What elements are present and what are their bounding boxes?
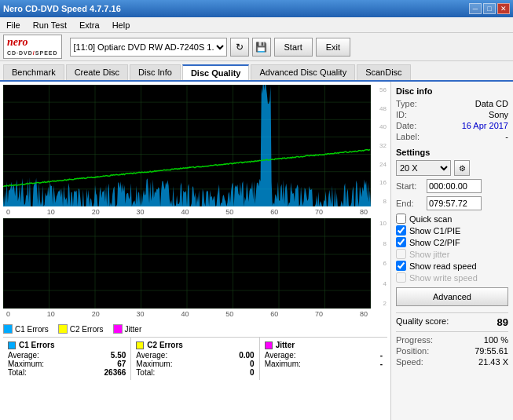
jitter-color [113, 324, 123, 334]
jitter-legend-label: Jitter [125, 325, 142, 334]
top-chart-y-axis: 5648403224168 [372, 85, 387, 206]
settings-title: Settings [396, 148, 508, 157]
c1-stats-title: C1 Errors [8, 341, 126, 349]
date-row: Date: 16 Apr 2017 [396, 121, 508, 130]
show-c1pie-row: Show C1/PIE [396, 225, 508, 236]
tab-bar: Benchmark Create Disc Disc Info Disc Qua… [0, 61, 513, 82]
menu-help[interactable]: Help [106, 19, 137, 31]
c2-legend: C2 Errors [58, 324, 104, 334]
menubar: File Run Test Extra Help [0, 17, 513, 33]
quality-score-label: Quality score: [396, 316, 449, 328]
jitter-average-row: Average: - [265, 351, 383, 360]
show-c2pif-checkbox[interactable] [396, 237, 406, 247]
stats-row: C1 Errors Average: 5.50 Maximum: 67 Tota… [3, 337, 387, 380]
show-jitter-row: Show jitter [396, 249, 508, 259]
settings-section: Settings 20 X ⚙ Start: End: Quick scan [396, 148, 508, 306]
c2-pif-chart [3, 218, 371, 309]
tab-disc-quality[interactable]: Disc Quality [182, 64, 250, 80]
c2-stats: C2 Errors Average: 0.00 Maximum: 0 Total… [131, 338, 259, 380]
quick-scan-checkbox[interactable] [396, 214, 406, 224]
bottom-chart-x-axis: 01020304050607080 [3, 310, 371, 318]
right-panel: Disc info Type: Data CD ID: Sony Date: 1… [391, 82, 513, 420]
show-c2pif-row: Show C2/PIF [396, 237, 508, 247]
c1-legend: C1 Errors [3, 324, 49, 334]
progress-section: Progress: 100 % Position: 79:55.61 Speed… [396, 331, 508, 367]
start-button[interactable]: Start [274, 38, 313, 57]
window-controls: ─ □ ✕ [469, 3, 510, 14]
exit-button[interactable]: Exit [316, 38, 350, 57]
c1-legend-label: C1 Errors [15, 325, 49, 334]
c2-total-row: Total: 0 [136, 368, 254, 377]
progress-row: Progress: 100 % [396, 335, 508, 345]
show-read-speed-checkbox[interactable] [396, 261, 406, 271]
app-title: Nero CD-DVD Speed 4.7.7.16 [3, 4, 121, 13]
c1-total-row: Total: 26366 [8, 368, 126, 377]
tab-scandisc[interactable]: ScanDisc [357, 64, 410, 80]
jitter-legend: Jitter [113, 324, 142, 334]
speed-options-button[interactable]: ⚙ [454, 160, 470, 176]
show-c1pie-checkbox[interactable] [396, 225, 406, 236]
show-write-speed-checkbox[interactable] [396, 272, 406, 283]
titlebar: Nero CD-DVD Speed 4.7.7.16 ─ □ ✕ [0, 0, 513, 17]
jitter-maximum-row: Maximum: - [265, 360, 383, 368]
show-jitter-checkbox[interactable] [396, 249, 406, 259]
disc-info-section: Disc info Type: Data CD ID: Sony Date: 1… [396, 86, 508, 141]
speed-selector[interactable]: 20 X [396, 160, 451, 176]
tab-benchmark[interactable]: Benchmark [3, 64, 64, 80]
menu-file[interactable]: File [0, 19, 27, 31]
quality-score-value: 89 [497, 316, 508, 328]
menu-extra[interactable]: Extra [73, 19, 106, 31]
type-row: Type: Data CD [396, 99, 508, 108]
c1-pie-chart [3, 85, 371, 206]
c1-stats: C1 Errors Average: 5.50 Maximum: 67 Tota… [3, 338, 131, 380]
tab-disc-info[interactable]: Disc Info [130, 64, 181, 80]
quick-scan-row: Quick scan [396, 214, 508, 224]
tab-advanced-disc-quality[interactable]: Advanced Disc Quality [251, 64, 355, 80]
id-row: ID: Sony [396, 110, 508, 119]
nero-logo: nero CD·DVD/SPEED [3, 35, 62, 59]
c1-average-row: Average: 5.50 [8, 351, 126, 360]
c2-stats-title: C2 Errors [136, 341, 254, 349]
start-row: Start: [396, 179, 508, 193]
show-read-speed-row: Show read speed [396, 261, 508, 271]
label-row: Label: - [396, 132, 508, 141]
close-button[interactable]: ✕ [497, 3, 510, 14]
speed-row2: Speed: 21.43 X [396, 357, 508, 367]
save-button[interactable]: 💾 [252, 38, 271, 57]
advanced-button[interactable]: Advanced [396, 287, 508, 306]
c2-legend-label: C2 Errors [70, 325, 104, 334]
toolbar: nero CD·DVD/SPEED [11:0] Optiarc DVD RW … [0, 33, 513, 61]
refresh-button[interactable]: ↻ [230, 38, 249, 57]
speed-row: 20 X ⚙ [396, 160, 508, 176]
chart-area: 5648403224168 01020304050607080 108642 0… [0, 82, 391, 420]
c1-maximum-row: Maximum: 67 [8, 360, 126, 368]
start-time-input[interactable] [427, 179, 482, 193]
c2-color [58, 324, 68, 334]
tab-create-disc[interactable]: Create Disc [66, 64, 128, 80]
jitter-stats-title: Jitter [265, 341, 383, 349]
end-row: End: [396, 196, 508, 210]
menu-runtest[interactable]: Run Test [27, 19, 73, 31]
chart-legend: C1 Errors C2 Errors Jitter [3, 321, 387, 337]
show-write-speed-row: Show write speed [396, 272, 508, 283]
end-time-input[interactable] [427, 196, 482, 210]
c2-maximum-row: Maximum: 0 [136, 360, 254, 368]
minimize-button[interactable]: ─ [469, 3, 482, 14]
c2-average-row: Average: 0.00 [136, 351, 254, 360]
quality-score-row: Quality score: 89 [396, 312, 508, 328]
maximize-button[interactable]: □ [483, 3, 496, 14]
jitter-stats: Jitter Average: - Maximum: - [260, 338, 387, 380]
top-chart-x-axis: 01020304050607080 [3, 208, 371, 216]
drive-selector[interactable]: [11:0] Optiarc DVD RW AD-7240S 1.04 [70, 38, 227, 57]
bottom-chart-y-axis: 108642 [372, 218, 387, 309]
disc-info-title: Disc info [396, 86, 508, 96]
main-content: 5648403224168 01020304050607080 108642 0… [0, 82, 513, 420]
position-row: Position: 79:55.61 [396, 346, 508, 356]
c1-color [3, 324, 13, 334]
